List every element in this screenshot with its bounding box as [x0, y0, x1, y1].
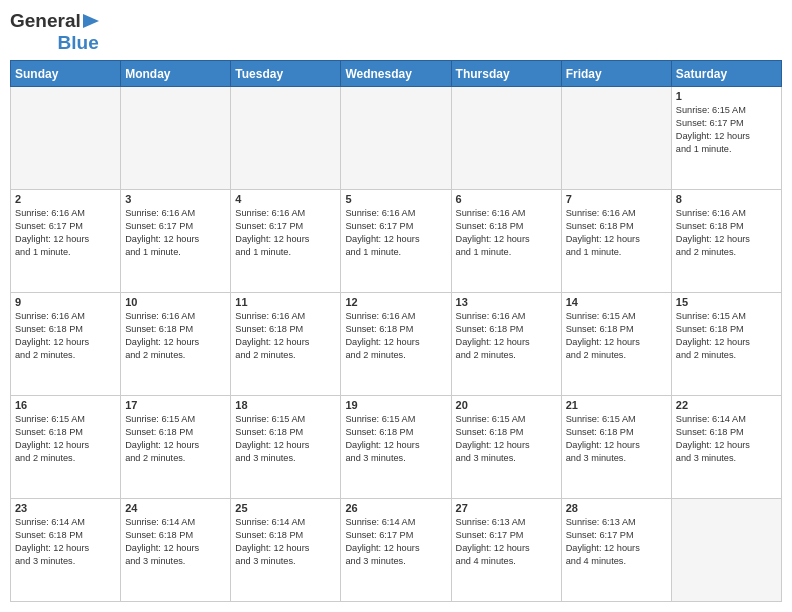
- calendar-cell: 14Sunrise: 6:15 AM Sunset: 6:18 PM Dayli…: [561, 293, 671, 396]
- calendar-cell: 4Sunrise: 6:16 AM Sunset: 6:17 PM Daylig…: [231, 190, 341, 293]
- day-number: 13: [456, 296, 557, 308]
- calendar-body: 1Sunrise: 6:15 AM Sunset: 6:17 PM Daylig…: [11, 87, 782, 602]
- day-number: 16: [15, 399, 116, 411]
- day-number: 21: [566, 399, 667, 411]
- day-info: Sunrise: 6:16 AM Sunset: 6:17 PM Dayligh…: [235, 207, 336, 259]
- day-info: Sunrise: 6:13 AM Sunset: 6:17 PM Dayligh…: [456, 516, 557, 568]
- calendar-cell: 13Sunrise: 6:16 AM Sunset: 6:18 PM Dayli…: [451, 293, 561, 396]
- day-number: 18: [235, 399, 336, 411]
- calendar-cell: 6Sunrise: 6:16 AM Sunset: 6:18 PM Daylig…: [451, 190, 561, 293]
- day-info: Sunrise: 6:16 AM Sunset: 6:18 PM Dayligh…: [566, 207, 667, 259]
- day-info: Sunrise: 6:15 AM Sunset: 6:17 PM Dayligh…: [676, 104, 777, 156]
- calendar-cell: 23Sunrise: 6:14 AM Sunset: 6:18 PM Dayli…: [11, 499, 121, 602]
- day-number: 8: [676, 193, 777, 205]
- calendar-cell: 9Sunrise: 6:16 AM Sunset: 6:18 PM Daylig…: [11, 293, 121, 396]
- calendar-cell: [561, 87, 671, 190]
- day-info: Sunrise: 6:15 AM Sunset: 6:18 PM Dayligh…: [15, 413, 116, 465]
- day-info: Sunrise: 6:16 AM Sunset: 6:17 PM Dayligh…: [15, 207, 116, 259]
- day-number: 23: [15, 502, 116, 514]
- day-info: Sunrise: 6:16 AM Sunset: 6:17 PM Dayligh…: [345, 207, 446, 259]
- day-info: Sunrise: 6:16 AM Sunset: 6:18 PM Dayligh…: [456, 310, 557, 362]
- day-number: 9: [15, 296, 116, 308]
- weekday-row: SundayMondayTuesdayWednesdayThursdayFrid…: [11, 61, 782, 87]
- logo-block: GeneralBlue: [10, 10, 99, 54]
- day-info: Sunrise: 6:14 AM Sunset: 6:18 PM Dayligh…: [15, 516, 116, 568]
- day-number: 25: [235, 502, 336, 514]
- day-number: 11: [235, 296, 336, 308]
- calendar-cell: [121, 87, 231, 190]
- svg-marker-0: [83, 14, 99, 28]
- day-info: Sunrise: 6:15 AM Sunset: 6:18 PM Dayligh…: [456, 413, 557, 465]
- day-number: 20: [456, 399, 557, 411]
- day-number: 5: [345, 193, 446, 205]
- logo-general: General: [10, 10, 81, 32]
- day-number: 1: [676, 90, 777, 102]
- weekday-header: Saturday: [671, 61, 781, 87]
- calendar-week-row: 1Sunrise: 6:15 AM Sunset: 6:17 PM Daylig…: [11, 87, 782, 190]
- day-info: Sunrise: 6:15 AM Sunset: 6:18 PM Dayligh…: [566, 413, 667, 465]
- day-number: 15: [676, 296, 777, 308]
- day-info: Sunrise: 6:15 AM Sunset: 6:18 PM Dayligh…: [566, 310, 667, 362]
- day-info: Sunrise: 6:16 AM Sunset: 6:18 PM Dayligh…: [15, 310, 116, 362]
- day-info: Sunrise: 6:14 AM Sunset: 6:18 PM Dayligh…: [125, 516, 226, 568]
- calendar-cell: 10Sunrise: 6:16 AM Sunset: 6:18 PM Dayli…: [121, 293, 231, 396]
- calendar-week-row: 2Sunrise: 6:16 AM Sunset: 6:17 PM Daylig…: [11, 190, 782, 293]
- day-info: Sunrise: 6:15 AM Sunset: 6:18 PM Dayligh…: [345, 413, 446, 465]
- day-number: 19: [345, 399, 446, 411]
- day-info: Sunrise: 6:16 AM Sunset: 6:18 PM Dayligh…: [235, 310, 336, 362]
- calendar-cell: 16Sunrise: 6:15 AM Sunset: 6:18 PM Dayli…: [11, 396, 121, 499]
- calendar-cell: 7Sunrise: 6:16 AM Sunset: 6:18 PM Daylig…: [561, 190, 671, 293]
- calendar-cell: 28Sunrise: 6:13 AM Sunset: 6:17 PM Dayli…: [561, 499, 671, 602]
- day-number: 4: [235, 193, 336, 205]
- calendar-week-row: 9Sunrise: 6:16 AM Sunset: 6:18 PM Daylig…: [11, 293, 782, 396]
- calendar-week-row: 23Sunrise: 6:14 AM Sunset: 6:18 PM Dayli…: [11, 499, 782, 602]
- calendar-cell: 21Sunrise: 6:15 AM Sunset: 6:18 PM Dayli…: [561, 396, 671, 499]
- calendar-cell: 17Sunrise: 6:15 AM Sunset: 6:18 PM Dayli…: [121, 396, 231, 499]
- day-number: 22: [676, 399, 777, 411]
- calendar-cell: 24Sunrise: 6:14 AM Sunset: 6:18 PM Dayli…: [121, 499, 231, 602]
- calendar-cell: 3Sunrise: 6:16 AM Sunset: 6:17 PM Daylig…: [121, 190, 231, 293]
- day-number: 7: [566, 193, 667, 205]
- day-number: 10: [125, 296, 226, 308]
- weekday-header: Tuesday: [231, 61, 341, 87]
- day-number: 24: [125, 502, 226, 514]
- day-info: Sunrise: 6:14 AM Sunset: 6:18 PM Dayligh…: [235, 516, 336, 568]
- calendar-cell: 26Sunrise: 6:14 AM Sunset: 6:17 PM Dayli…: [341, 499, 451, 602]
- logo-blue: Blue: [58, 32, 99, 53]
- weekday-header: Monday: [121, 61, 231, 87]
- day-number: 17: [125, 399, 226, 411]
- day-number: 27: [456, 502, 557, 514]
- day-number: 12: [345, 296, 446, 308]
- calendar-cell: [11, 87, 121, 190]
- calendar-cell: 15Sunrise: 6:15 AM Sunset: 6:18 PM Dayli…: [671, 293, 781, 396]
- day-number: 26: [345, 502, 446, 514]
- calendar-cell: 25Sunrise: 6:14 AM Sunset: 6:18 PM Dayli…: [231, 499, 341, 602]
- calendar-cell: 19Sunrise: 6:15 AM Sunset: 6:18 PM Dayli…: [341, 396, 451, 499]
- weekday-header: Wednesday: [341, 61, 451, 87]
- calendar-cell: 22Sunrise: 6:14 AM Sunset: 6:18 PM Dayli…: [671, 396, 781, 499]
- day-number: 6: [456, 193, 557, 205]
- weekday-header: Thursday: [451, 61, 561, 87]
- day-info: Sunrise: 6:15 AM Sunset: 6:18 PM Dayligh…: [676, 310, 777, 362]
- calendar-cell: 2Sunrise: 6:16 AM Sunset: 6:17 PM Daylig…: [11, 190, 121, 293]
- day-info: Sunrise: 6:16 AM Sunset: 6:18 PM Dayligh…: [676, 207, 777, 259]
- day-number: 3: [125, 193, 226, 205]
- calendar-cell: [671, 499, 781, 602]
- calendar-cell: 11Sunrise: 6:16 AM Sunset: 6:18 PM Dayli…: [231, 293, 341, 396]
- calendar-table: SundayMondayTuesdayWednesdayThursdayFrid…: [10, 60, 782, 602]
- calendar-cell: [231, 87, 341, 190]
- logo-icon: [83, 12, 99, 30]
- day-info: Sunrise: 6:16 AM Sunset: 6:17 PM Dayligh…: [125, 207, 226, 259]
- calendar-cell: 27Sunrise: 6:13 AM Sunset: 6:17 PM Dayli…: [451, 499, 561, 602]
- day-info: Sunrise: 6:15 AM Sunset: 6:18 PM Dayligh…: [235, 413, 336, 465]
- header: GeneralBlue: [10, 10, 782, 54]
- calendar-cell: 8Sunrise: 6:16 AM Sunset: 6:18 PM Daylig…: [671, 190, 781, 293]
- day-info: Sunrise: 6:16 AM Sunset: 6:18 PM Dayligh…: [456, 207, 557, 259]
- page: GeneralBlue SundayMondayTuesdayWednesday…: [0, 0, 792, 612]
- weekday-header: Sunday: [11, 61, 121, 87]
- calendar-week-row: 16Sunrise: 6:15 AM Sunset: 6:18 PM Dayli…: [11, 396, 782, 499]
- calendar-header: SundayMondayTuesdayWednesdayThursdayFrid…: [11, 61, 782, 87]
- calendar-cell: 1Sunrise: 6:15 AM Sunset: 6:17 PM Daylig…: [671, 87, 781, 190]
- calendar-cell: [451, 87, 561, 190]
- day-number: 28: [566, 502, 667, 514]
